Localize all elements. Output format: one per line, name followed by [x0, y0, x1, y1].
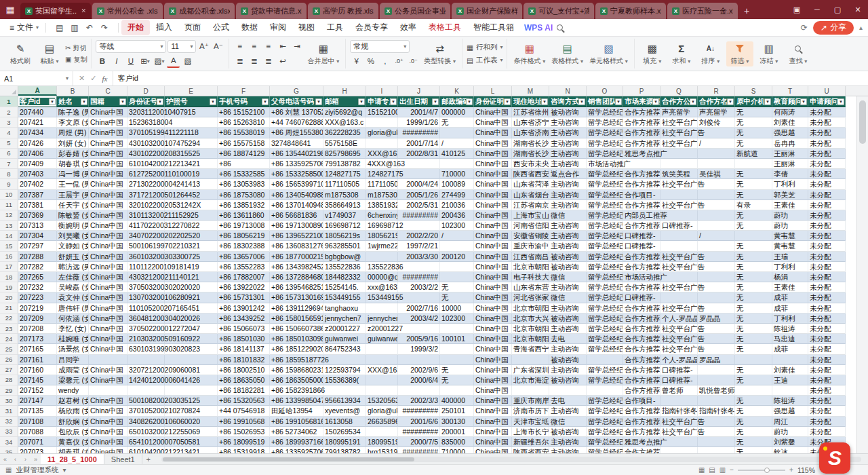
- cell-P34[interactable]: 雅思考点推广: [623, 437, 660, 447]
- cell-T12[interactable]: 蔚玏: [772, 210, 808, 221]
- cell-I3[interactable]: [366, 117, 398, 128]
- cell-U18[interactable]: 未分配: [808, 272, 846, 282]
- cell-P16[interactable]: 合作方推荐: [623, 252, 660, 262]
- column-header-C[interactable]: C: [89, 86, 127, 96]
- cell-M27[interactable]: 广东省深圳: [512, 365, 549, 375]
- cell-R22[interactable]: 罗晶晶: [698, 314, 735, 324]
- cell-L35[interactable]: China中国: [474, 447, 512, 453]
- cell-A35[interactable]: 207073: [18, 447, 57, 453]
- cell-H31[interactable]: xyevents@: [323, 406, 366, 416]
- cell-F25[interactable]: +86 18141137: [218, 344, 270, 354]
- cell-H17[interactable]: 135522836: [323, 262, 366, 272]
- zoom-slider-knob[interactable]: [764, 468, 770, 473]
- cell-K18[interactable]: [440, 272, 474, 282]
- cell-C24[interactable]: China中国: [89, 334, 127, 344]
- cell-I19[interactable]: xxx@163.c: [366, 282, 398, 292]
- cell-O29[interactable]: [587, 385, 623, 396]
- cell-M30[interactable]: 重庆市南岸: [512, 396, 549, 406]
- cell-I16[interactable]: [366, 252, 398, 262]
- cell-S14[interactable]: [735, 231, 772, 241]
- cell-N25[interactable]: 主动咨询: [549, 344, 587, 354]
- filter-dropdown-icon[interactable]: ▼: [578, 98, 585, 105]
- cell-C29[interactable]: [89, 385, 127, 396]
- cell-H7[interactable]: 799138782: [323, 159, 366, 169]
- cell-T33[interactable]: 蔚玏: [772, 427, 808, 437]
- maximize-button[interactable]: ▢: [827, 0, 848, 19]
- cell-T28[interactable]: 王迪: [772, 375, 808, 385]
- cell-D7[interactable]: 610104200212213421: [127, 159, 165, 169]
- cell-J2[interactable]: 2001/4/7: [398, 107, 440, 117]
- cell-A34[interactable]: 207071: [18, 437, 57, 447]
- cell-M10[interactable]: 山东省烟台: [512, 190, 549, 200]
- cell-D2[interactable]: 32031120010407915: [127, 107, 165, 117]
- cell-A33[interactable]: 207088: [18, 427, 57, 437]
- cell-S24[interactable]: 无: [735, 334, 772, 344]
- cell-T20[interactable]: 成菲: [772, 292, 808, 303]
- cell-C14[interactable]: China中国: [89, 231, 127, 241]
- cell-N14[interactable]: 主动咨询: [549, 231, 587, 241]
- row-number[interactable]: 19: [0, 282, 18, 292]
- cell-N33[interactable]: 被动咨询: [549, 427, 587, 437]
- cell-A3[interactable]: 207421: [18, 117, 57, 128]
- cell-H8[interactable]: 124827175: [323, 169, 366, 179]
- cell-A11[interactable]: 207381: [18, 200, 57, 210]
- cell-C27[interactable]: China中国: [89, 365, 127, 375]
- file-tab[interactable]: X常州公积金 .xlsx: [92, 3, 163, 19]
- cell-S21[interactable]: 无: [735, 303, 772, 314]
- column-header-S[interactable]: S: [735, 86, 772, 96]
- sync-icon[interactable]: ⟳: [801, 23, 808, 33]
- filter-dropdown-icon[interactable]: ▼: [390, 98, 397, 105]
- cell-N2[interactable]: 被动咨询: [549, 107, 587, 117]
- cell-C21[interactable]: China中国: [89, 303, 127, 314]
- cell-B26[interactable]: 吕同学: [57, 355, 89, 365]
- menu-item-会员专享[interactable]: 会员专享: [349, 20, 394, 35]
- cell-Q11[interactable]: 社交平台广告: [660, 200, 698, 210]
- cell-U7[interactable]: 未分配: [808, 159, 846, 169]
- cell-I29[interactable]: [366, 385, 398, 396]
- cell-K8[interactable]: 710000: [440, 169, 474, 179]
- cell-O23[interactable]: 留学总经纪: [587, 324, 623, 334]
- cell-A26[interactable]: 207161: [18, 355, 57, 365]
- cell-U23[interactable]: 未分配: [808, 324, 846, 334]
- row-number[interactable]: 29: [0, 385, 18, 396]
- cell-N3[interactable]: 主动咨询: [549, 117, 587, 128]
- cell-J17[interactable]: [398, 262, 440, 272]
- cell-Q32[interactable]: 社交平台广告: [660, 417, 698, 427]
- cell-O32[interactable]: 留学总经纪: [587, 417, 623, 427]
- cell-A7[interactable]: 207409: [18, 159, 57, 169]
- cell-L6[interactable]: China中国: [474, 149, 512, 159]
- cell-M8[interactable]: 陕西省西安: [512, 169, 549, 179]
- cell-B16[interactable]: 舒妍玉 (女): [57, 252, 89, 262]
- cell-T26[interactable]: [772, 355, 808, 365]
- file-tab[interactable]: X宁夏教师样本.xlsx: [595, 3, 666, 19]
- column-header-F[interactable]: F: [218, 86, 270, 96]
- cell-A25[interactable]: 207165: [18, 344, 57, 354]
- close-button[interactable]: ✕: [848, 0, 868, 19]
- cell-H4[interactable]: 362228235: [323, 128, 366, 138]
- cell-P18[interactable]: 市场活动推广: [623, 272, 660, 282]
- cell-H28[interactable]: 15536389(: [323, 375, 366, 385]
- cell-R2[interactable]: 声亮留学: [698, 107, 735, 117]
- cell-K23[interactable]: [440, 324, 474, 334]
- cell-L10[interactable]: China中国: [474, 190, 512, 200]
- cell-I11[interactable]: 138519326: [366, 200, 398, 210]
- cell-I8[interactable]: 124827175: [366, 169, 398, 179]
- cell-T16[interactable]: 王瑞: [772, 252, 808, 262]
- row-number[interactable]: 33: [0, 427, 18, 437]
- cell-G21[interactable]: +86 1391129694: [270, 303, 323, 314]
- fill-color-icon[interactable]: ▨▾: [153, 55, 165, 68]
- cell-B21[interactable]: 唐伟轩 (男): [57, 303, 89, 314]
- cell-L24[interactable]: China中国: [474, 334, 512, 344]
- font-name-select[interactable]: 等线▾: [96, 40, 166, 53]
- filter-dropdown-icon[interactable]: ▼: [541, 98, 548, 105]
- cell-F23[interactable]: +86 15066073: [218, 324, 270, 334]
- cell-R7[interactable]: [698, 159, 735, 169]
- menu-item-工具[interactable]: 工具: [321, 20, 349, 35]
- cell-T6[interactable]: 王丽淋: [772, 149, 808, 159]
- cell-I31[interactable]: gloria@uk#: [366, 406, 398, 416]
- table-style-button[interactable]: ▤ 表格样式 ▾: [549, 41, 585, 66]
- comma-icon[interactable]: ,: [378, 55, 391, 68]
- cell-A9[interactable]: 207402: [18, 179, 57, 189]
- cell-D30[interactable]: 500108200203035125: [127, 396, 165, 406]
- cell-M6[interactable]: 湖南省长沙: [512, 149, 549, 159]
